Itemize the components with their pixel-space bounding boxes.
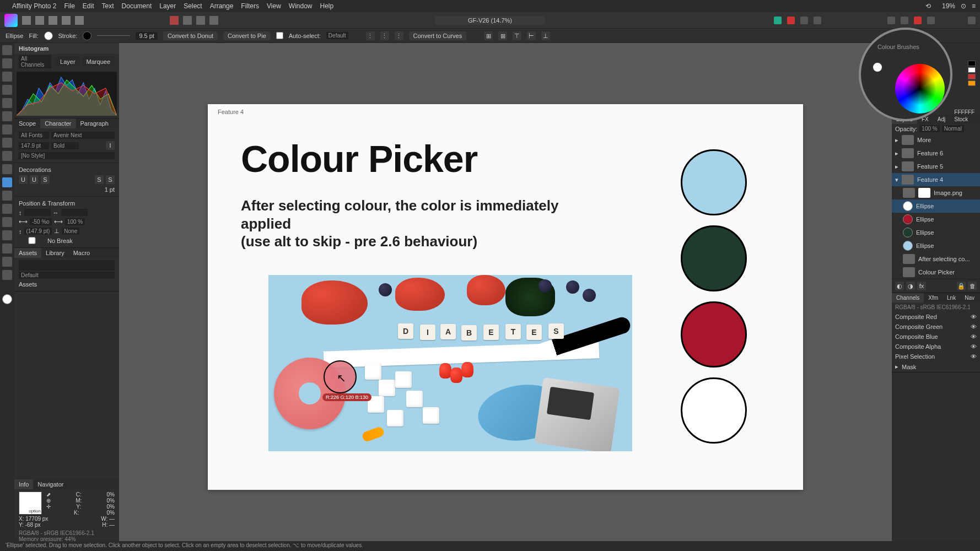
kerning-field[interactable]: -50 %o	[30, 218, 52, 225]
opacity-field[interactable]: 100 %	[919, 125, 939, 132]
convert-curves-button[interactable]: Convert to Curves	[409, 31, 467, 40]
italic-button[interactable]: I	[106, 141, 115, 150]
text-style-dropdown[interactable]: [No Style]	[19, 152, 115, 159]
tracking-field[interactable]: 100 %	[65, 218, 85, 225]
artboard[interactable]: Feature 4 Colour Picker After selecting …	[208, 104, 803, 490]
gradient-tool-icon[interactable]	[2, 204, 12, 214]
mesh-tool-icon[interactable]	[2, 217, 12, 227]
persona-photo-icon[interactable]	[22, 16, 31, 25]
align-center-icon[interactable]: ⋮	[380, 31, 389, 40]
visibility-icon[interactable]: 👁	[971, 323, 977, 330]
distribute-h-icon[interactable]: ⊞	[484, 31, 493, 40]
vertical-scale-field[interactable]	[24, 209, 51, 216]
menu-edit[interactable]: Edit	[83, 2, 94, 10]
force-pixel-icon[interactable]	[787, 17, 795, 24]
layer-row[interactable]: ▾Feature 4	[892, 173, 980, 186]
library-tab[interactable]: Library	[41, 248, 69, 258]
subscript-button[interactable]: S	[106, 175, 115, 184]
menu-filters[interactable]: Filters	[241, 2, 259, 10]
layer-row[interactable]: Ellipse	[892, 199, 980, 213]
layer-row[interactable]: ▸More	[892, 133, 980, 147]
arrange-front-icon[interactable]	[927, 17, 935, 24]
document-title[interactable]: GF-V26 (14.7%)	[435, 16, 545, 25]
position-transform-header[interactable]: Position & Transform	[19, 199, 115, 208]
menu-layer[interactable]: Layer	[159, 2, 176, 10]
shape-tool-icon[interactable]	[2, 177, 12, 187]
baseline-dropdown[interactable]: None	[62, 228, 79, 235]
font-size-field[interactable]: 147.9 pt	[19, 142, 49, 149]
sample-circle-1[interactable]	[681, 149, 747, 215]
distribute-v-icon[interactable]: ⊞	[498, 31, 507, 40]
channel-row[interactable]: ▸Mask	[892, 361, 980, 372]
history-icon[interactable]: ⟲	[925, 2, 931, 10]
menu-app[interactable]: Affinity Photo 2	[12, 2, 57, 10]
blend-mode-dropdown[interactable]: Normal	[942, 125, 964, 132]
autoselect-dropdown[interactable]: Default	[326, 32, 348, 39]
menu-window[interactable]: Window	[289, 2, 313, 10]
arrange-backward-icon[interactable]	[901, 17, 908, 24]
stroke-width-field[interactable]: 9.5 pt	[136, 32, 158, 40]
visibility-icon[interactable]: 👁	[971, 343, 977, 350]
histogram-channel-dropdown[interactable]: All Channels	[19, 55, 51, 68]
persona-tone-icon[interactable]	[62, 16, 71, 25]
menu-text[interactable]: Text	[102, 2, 114, 10]
text-tool-icon[interactable]	[2, 164, 12, 174]
dodge-tool-icon[interactable]	[2, 138, 12, 148]
layer-row[interactable]: Ellipse	[892, 213, 980, 226]
transform-tab[interactable]: Xfm	[924, 293, 943, 302]
navigator-tab[interactable]: Navigator	[33, 479, 68, 489]
autocolor-icon[interactable]	[170, 16, 179, 25]
menu-view[interactable]: View	[267, 2, 281, 10]
autolevels-icon[interactable]	[183, 16, 192, 25]
layer-row[interactable]: Ellipse	[892, 226, 980, 239]
double-underline-button[interactable]: U	[30, 175, 39, 184]
transform-origin-icon[interactable]	[800, 17, 808, 24]
hex-readout[interactable]: FFFFFF	[954, 109, 974, 115]
align-top-icon[interactable]: ⊤	[513, 31, 521, 40]
channel-row[interactable]: Composite Blue👁	[892, 332, 980, 342]
crop-tool-icon[interactable]	[2, 85, 12, 95]
sample-circle-4[interactable]	[681, 377, 747, 444]
histogram-marquee-tab[interactable]: Marquee	[82, 57, 115, 67]
sync-icon[interactable]: ⊙	[961, 2, 966, 10]
swatch-red[interactable]	[968, 74, 976, 79]
autowb-icon[interactable]	[209, 16, 218, 25]
zoom-tool-icon[interactable]	[2, 257, 12, 267]
channel-row[interactable]: Pixel Selection👁	[892, 352, 980, 361]
stock-tab[interactable]: Stock	[950, 115, 972, 124]
layer-row[interactable]: Ellipse	[892, 239, 980, 252]
arrange-back-icon[interactable]	[887, 17, 895, 24]
align-right-icon[interactable]: ⋮	[395, 31, 403, 40]
channel-row[interactable]: Composite Alpha👁	[892, 342, 980, 352]
menu-file[interactable]: File	[64, 2, 75, 10]
heal-tool-icon[interactable]	[2, 125, 12, 134]
fill-tool-icon[interactable]	[2, 191, 12, 201]
stroke-width-slider[interactable]	[97, 35, 130, 36]
control-center-icon[interactable]: ≡	[972, 2, 976, 10]
clone-tool-icon[interactable]	[2, 111, 12, 121]
snap-icon[interactable]	[774, 17, 782, 24]
paragraph-tab[interactable]: Paragraph	[76, 118, 113, 128]
add-mask-icon[interactable]: ◐	[895, 282, 904, 290]
underline-button[interactable]: U	[19, 175, 28, 184]
colour-picker-loupe[interactable]: ↖	[324, 360, 357, 393]
selection-tool-icon[interactable]	[2, 72, 12, 82]
layer-row[interactable]: Colour Picker	[892, 266, 980, 279]
menu-arrange[interactable]: Arrange	[210, 2, 234, 10]
autocontrast-icon[interactable]	[196, 16, 205, 25]
colour-brushes-tabs[interactable]: Colour Brushes	[877, 44, 919, 50]
layer-row[interactable]: Image.png	[892, 186, 980, 199]
layer-row[interactable]: After selecting co...	[892, 252, 980, 266]
persona-export-icon[interactable]	[75, 16, 84, 25]
menu-help[interactable]: Help	[320, 2, 334, 10]
channel-row[interactable]: Composite Red👁	[892, 312, 980, 322]
font-collection-dropdown[interactable]: All Fonts	[19, 132, 49, 139]
brush-tool-icon[interactable]	[2, 98, 12, 108]
autoselect-checkbox[interactable]	[276, 32, 283, 39]
menu-select[interactable]: Select	[184, 2, 202, 10]
leading-field[interactable]: (147.9 pt)	[24, 228, 52, 235]
character-tab[interactable]: Character	[40, 118, 76, 128]
layer-row[interactable]: ▸Feature 6	[892, 147, 980, 160]
colour-well[interactable]	[872, 62, 883, 73]
convert-pie-button[interactable]: Convert to Pie	[223, 31, 271, 40]
